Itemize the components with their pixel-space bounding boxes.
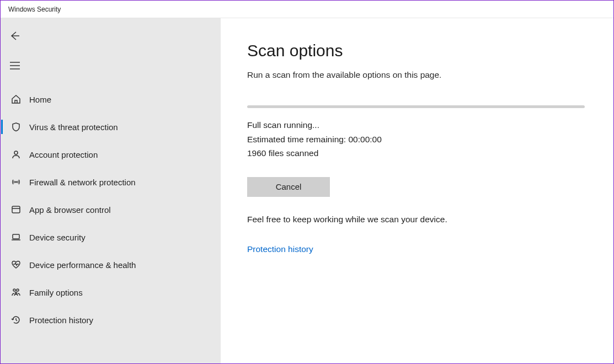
back-arrow-icon <box>9 30 20 44</box>
protection-history-link[interactable]: Protection history <box>247 244 587 254</box>
window: Windows Security Home <box>0 0 614 364</box>
page-title: Scan options <box>247 41 587 60</box>
svg-rect-2 <box>12 206 20 213</box>
account-icon <box>10 149 22 160</box>
files-suffix: files scanned <box>266 148 318 158</box>
window-body: Home Virus & threat protection Account p… <box>1 18 613 363</box>
sidebar-item-app-browser[interactable]: App & browser control <box>1 196 221 223</box>
sidebar-item-label: Account protection <box>29 150 98 159</box>
app-browser-icon <box>10 204 22 215</box>
cancel-button[interactable]: Cancel <box>247 177 330 197</box>
svg-point-4 <box>13 289 15 291</box>
sidebar-item-device-performance[interactable]: Device performance & health <box>1 251 221 279</box>
sidebar-item-label: Family options <box>29 288 83 297</box>
svg-point-5 <box>17 289 19 291</box>
antenna-icon <box>10 176 22 188</box>
sidebar-item-device-security[interactable]: Device security <box>1 223 221 251</box>
shield-icon <box>10 121 22 132</box>
sidebar-item-label: Device performance & health <box>29 260 136 270</box>
sidebar-item-firewall[interactable]: Firewall & network protection <box>1 168 221 196</box>
svg-point-6 <box>15 292 17 294</box>
eta-label: Estimated time remaining: <box>247 135 349 144</box>
family-icon <box>10 287 22 298</box>
heart-icon <box>10 259 22 270</box>
sidebar-item-home[interactable]: Home <box>1 85 221 113</box>
nav-list: Home Virus & threat protection Account p… <box>1 85 221 334</box>
sidebar-item-family[interactable]: Family options <box>1 279 221 306</box>
sidebar-item-label: App & browser control <box>29 205 111 215</box>
svg-point-0 <box>14 151 18 154</box>
menu-button[interactable] <box>3 56 27 78</box>
svg-point-1 <box>15 181 17 183</box>
scan-hint: Feel free to keep working while we scan … <box>247 215 587 224</box>
svg-rect-3 <box>13 234 19 239</box>
scan-eta: Estimated time remaining: 00:00:00 <box>247 132 587 147</box>
sidebar-item-protection-history[interactable]: Protection history <box>1 306 221 334</box>
files-count: 1960 <box>247 148 266 158</box>
page-subtitle: Run a scan from the available options on… <box>247 70 587 80</box>
history-icon <box>10 314 22 325</box>
hamburger-icon <box>9 61 20 72</box>
laptop-icon <box>10 232 22 243</box>
eta-value: 00:00:00 <box>349 135 382 144</box>
sidebar-item-account[interactable]: Account protection <box>1 141 221 168</box>
scan-progress-bar <box>247 105 585 108</box>
sidebar-item-label: Protection history <box>29 315 93 325</box>
sidebar-item-virus-threat[interactable]: Virus & threat protection <box>1 113 221 141</box>
scan-status: Full scan running... <box>247 118 587 132</box>
main-content: Scan options Run a scan from the availab… <box>221 18 613 363</box>
window-title: Windows Security <box>1 1 613 18</box>
sidebar-item-label: Device security <box>29 233 86 242</box>
scan-files: 1960 files scanned <box>247 146 587 160</box>
back-button[interactable] <box>3 26 27 48</box>
sidebar-item-label: Home <box>29 95 51 104</box>
sidebar-item-label: Virus & threat protection <box>29 122 118 132</box>
sidebar-item-label: Firewall & network protection <box>29 178 136 187</box>
sidebar: Home Virus & threat protection Account p… <box>1 18 221 363</box>
home-icon <box>10 94 22 105</box>
